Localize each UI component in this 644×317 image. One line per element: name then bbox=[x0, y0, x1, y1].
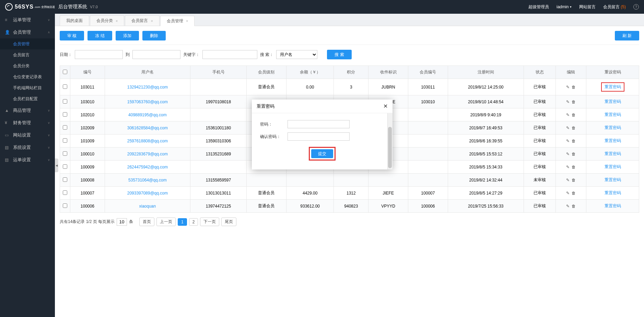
modal-close-button[interactable]: ✕ bbox=[383, 103, 388, 109]
pager-page-2[interactable]: 2 bbox=[189, 218, 198, 226]
modal-scrollbar[interactable] bbox=[387, 113, 393, 169]
row-checkbox[interactable] bbox=[63, 84, 67, 89]
date-from-input[interactable] bbox=[75, 50, 123, 59]
tab[interactable]: 会员分类× bbox=[90, 15, 124, 26]
reset-password-link[interactable]: 重置密码 bbox=[605, 203, 621, 208]
keyword-input[interactable] bbox=[202, 50, 257, 59]
edit-icon[interactable]: ✎ bbox=[566, 99, 570, 104]
top-member-msg[interactable]: 会员留言(5) bbox=[603, 4, 626, 10]
tab-close-icon[interactable]: × bbox=[186, 19, 188, 23]
row-checkbox[interactable] bbox=[63, 138, 67, 143]
audit-button[interactable]: 审 核 bbox=[60, 31, 84, 40]
edit-icon[interactable]: ✎ bbox=[566, 191, 570, 196]
delete-icon[interactable]: 🗑 bbox=[572, 85, 576, 90]
row-checkbox[interactable] bbox=[63, 112, 67, 117]
sidebar-item[interactable]: ¥财务管理∨ bbox=[0, 117, 55, 129]
date-to-input[interactable] bbox=[132, 50, 180, 59]
freeze-button[interactable]: 冻 结 bbox=[87, 31, 112, 40]
reset-password-link[interactable]: 重置密码 bbox=[605, 125, 621, 130]
sidebar-subitem[interactable]: 会员留言 bbox=[0, 49, 55, 60]
delete-icon[interactable]: 🗑 bbox=[572, 99, 576, 104]
username-link[interactable]: 535731064@qq.com bbox=[128, 178, 167, 183]
top-site-msg[interactable]: 网站留言 bbox=[579, 4, 596, 10]
sidebar-subitem[interactable]: 会员管理 bbox=[0, 38, 55, 49]
sidebar-item[interactable]: ▤系统设置∨ bbox=[0, 141, 55, 154]
modal-submit-button[interactable]: 提交 bbox=[311, 149, 333, 158]
tab-close-icon[interactable]: × bbox=[116, 19, 118, 23]
pager-page-1[interactable]: 1 bbox=[178, 218, 187, 226]
select-all-checkbox[interactable] bbox=[63, 70, 67, 74]
row-checkbox[interactable] bbox=[63, 151, 67, 156]
username-link[interactable]: 409889195@qq.com bbox=[128, 113, 167, 117]
edit-icon[interactable]: ✎ bbox=[566, 178, 570, 183]
delete-icon[interactable]: 🗑 bbox=[572, 126, 576, 130]
sidebar-item[interactable]: ▭网站设置∨ bbox=[0, 129, 55, 141]
delete-icon[interactable]: 🗑 bbox=[572, 178, 576, 183]
tab-close-icon[interactable]: × bbox=[151, 19, 153, 23]
username-link[interactable]: 2624475942@qq.com bbox=[127, 165, 168, 169]
help-icon[interactable]: ? bbox=[633, 4, 639, 10]
delete-icon[interactable]: 🗑 bbox=[572, 139, 576, 143]
tab[interactable]: 会员留言× bbox=[125, 15, 159, 26]
delete-icon[interactable]: 🗑 bbox=[572, 152, 576, 156]
sidebar-item[interactable]: ▲商品管理∨ bbox=[0, 104, 55, 117]
edit-icon[interactable]: ✎ bbox=[566, 126, 570, 130]
delete-icon[interactable]: 🗑 bbox=[572, 204, 576, 209]
tab[interactable]: 会员管理× bbox=[160, 16, 195, 26]
edit-icon[interactable]: ✎ bbox=[566, 113, 570, 117]
delete-icon[interactable]: 🗑 bbox=[572, 191, 576, 196]
username-link[interactable]: 1329421230@qq.com bbox=[127, 85, 168, 90]
sidebar-collapse-button[interactable]: ◀ bbox=[55, 158, 58, 172]
row-checkbox[interactable] bbox=[63, 164, 67, 169]
row-checkbox[interactable] bbox=[63, 99, 67, 104]
reset-password-link[interactable]: 重置密码 bbox=[605, 99, 621, 104]
username-link[interactable]: 2092283679@qq.com bbox=[127, 152, 168, 156]
refresh-button[interactable]: 刷 新 bbox=[615, 31, 639, 40]
reset-password-link[interactable]: 重置密码 bbox=[605, 138, 621, 143]
sidebar-subitem[interactable]: 会员栏目配置 bbox=[0, 93, 55, 104]
sidebar-subitem[interactable]: 会员分类 bbox=[0, 60, 55, 71]
username-link[interactable]: xiaoquan bbox=[139, 204, 156, 209]
pager-first[interactable]: 首页 bbox=[139, 218, 154, 226]
row-checkbox[interactable] bbox=[63, 203, 67, 208]
sidebar-item[interactable]: 👤会员管理∧ bbox=[0, 26, 55, 38]
confirm-password-input[interactable] bbox=[288, 132, 350, 141]
chevron-icon: ∨ bbox=[48, 158, 50, 162]
per-page-input[interactable] bbox=[117, 218, 127, 226]
search-button[interactable]: 搜 索 bbox=[327, 50, 351, 59]
edit-icon[interactable]: ✎ bbox=[566, 85, 570, 90]
edit-icon[interactable]: ✎ bbox=[566, 204, 570, 209]
pager-last[interactable]: 尾页 bbox=[221, 218, 236, 226]
add-button[interactable]: 添加 bbox=[116, 31, 139, 40]
pager-prev[interactable]: 上一页 bbox=[156, 218, 176, 226]
password-input[interactable] bbox=[288, 120, 350, 128]
row-checkbox[interactable] bbox=[63, 125, 67, 130]
top-user-dropdown[interactable]: iadmin▾ bbox=[557, 4, 572, 9]
username-link[interactable]: 2597618808@qq.com bbox=[127, 139, 168, 143]
edit-icon[interactable]: ✎ bbox=[566, 165, 570, 169]
table-header: 重设密码 bbox=[586, 66, 639, 79]
reset-password-link[interactable]: 重置密码 bbox=[605, 164, 621, 169]
delete-button[interactable]: 删除 bbox=[142, 31, 166, 40]
row-checkbox[interactable] bbox=[63, 190, 67, 195]
edit-icon[interactable]: ✎ bbox=[566, 139, 570, 143]
search-by-select[interactable]: 用户名 bbox=[276, 50, 317, 59]
reset-password-link[interactable]: 重置密码 bbox=[605, 177, 621, 182]
username-link[interactable]: 1597063760@qq.com bbox=[127, 99, 168, 104]
sidebar-item[interactable]: ≡运单管理∨ bbox=[0, 14, 55, 26]
reset-password-link[interactable]: 重置密码 bbox=[605, 84, 621, 89]
reset-password-link[interactable]: 重置密码 bbox=[605, 151, 621, 156]
sidebar-subitem[interactable]: 仓位变更记录表 bbox=[0, 71, 55, 82]
username-link[interactable]: 3061628584@qq.com bbox=[127, 126, 168, 130]
delete-icon[interactable]: 🗑 bbox=[572, 165, 576, 169]
reset-password-link[interactable]: 重置密码 bbox=[605, 112, 621, 117]
sidebar-item[interactable]: ▤运单设置∨ bbox=[0, 154, 55, 166]
delete-icon[interactable]: 🗑 bbox=[572, 113, 576, 117]
sidebar-subitem[interactable]: 手机端网站栏目 bbox=[0, 82, 55, 93]
edit-icon[interactable]: ✎ bbox=[566, 152, 570, 156]
tab[interactable]: 我的桌面 bbox=[60, 15, 89, 26]
row-checkbox[interactable] bbox=[63, 177, 67, 182]
reset-password-link[interactable]: 重置密码 bbox=[605, 190, 621, 195]
pager-next[interactable]: 下一页 bbox=[200, 218, 219, 226]
username-link[interactable]: 2093397089@qq.com bbox=[127, 191, 168, 196]
